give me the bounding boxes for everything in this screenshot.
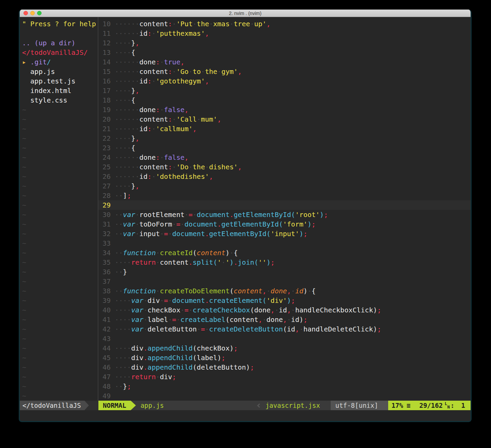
code-line[interactable]: 34··function·createId(content)·{: [98, 248, 471, 258]
code-line[interactable]: 14······done:·true,: [98, 57, 471, 67]
empty-line-tilde: ~: [22, 315, 98, 324]
powerline-separator-icon: [131, 401, 136, 410]
code-line[interactable]: 45····div.appendChild(label);: [98, 353, 471, 362]
line-number: 30: [98, 210, 111, 219]
line-number: 13: [98, 48, 111, 57]
code-line[interactable]: 33: [98, 238, 471, 248]
empty-line-tilde: ~: [22, 238, 98, 248]
code-line[interactable]: 42····var·deleteButton·=·createDeleteBut…: [98, 324, 471, 334]
code-line[interactable]: 47····return·div;: [98, 372, 471, 382]
code-text: ······content:·'Put·the·xmas·tree·up',: [115, 19, 469, 29]
code-text: ····return·content.split('·').join('');: [115, 258, 469, 267]
line-number: 22: [98, 134, 111, 143]
code-text: ····},: [115, 134, 469, 143]
line-number: 24: [98, 153, 111, 162]
explorer-item[interactable]: " Press ? for help: [22, 19, 98, 29]
code-line[interactable]: 27····},: [98, 181, 471, 191]
position-colon: :: [450, 401, 454, 410]
empty-line-tilde: ~: [22, 353, 98, 362]
code-text: ····},: [115, 181, 469, 191]
explorer-item[interactable]: [22, 29, 98, 38]
chevron-left-icon: [257, 403, 262, 408]
empty-line-tilde: ~: [22, 248, 98, 258]
code-line[interactable]: 48··};: [98, 382, 471, 391]
line-number: 27: [98, 181, 111, 191]
empty-line-tilde: ~: [22, 277, 98, 286]
code-line[interactable]: 40····var·checkBox·=·createCheckbox(done…: [98, 305, 471, 315]
code-line[interactable]: 37: [98, 277, 471, 286]
empty-line-tilde: ~: [22, 296, 98, 305]
empty-line-tilde: ~: [22, 219, 98, 229]
explorer-item[interactable]: style.css: [22, 95, 98, 105]
line-number: 14: [98, 57, 111, 67]
code-line[interactable]: 38··function·createToDoElement(content,·…: [98, 286, 471, 296]
line-number: 44: [98, 343, 111, 353]
code-line[interactable]: 46····div.appendChild(deleteButton);: [98, 362, 471, 372]
line-number: 41: [98, 315, 111, 324]
file-explorer[interactable]: " Press ? for help.. (up a dir)</todoVan…: [20, 19, 98, 401]
explorer-item[interactable]: app.js: [22, 67, 98, 76]
code-line[interactable]: 43: [98, 334, 471, 343]
line-number: 12: [98, 38, 111, 48]
explorer-item[interactable]: .. (up a dir): [22, 38, 98, 48]
line-number: 31: [98, 219, 111, 229]
desktop: { "window": { "title": "2. nvim . (nvim)…: [0, 0, 491, 448]
code-line[interactable]: 18····{: [98, 95, 471, 105]
code-line[interactable]: 22····},: [98, 134, 471, 143]
code-line[interactable]: 49: [98, 391, 471, 401]
explorer-item[interactable]: app.test.js: [22, 76, 98, 86]
code-line[interactable]: 30··var·rootElement·=·document.getElemen…: [98, 210, 471, 219]
line-number: 34: [98, 248, 111, 258]
line-number: 47: [98, 372, 111, 382]
code-line[interactable]: 32··var·input·=·document.getElementById(…: [98, 229, 471, 238]
code-line[interactable]: 29: [98, 200, 471, 210]
empty-line-tilde: ~: [22, 124, 98, 134]
code-line[interactable]: 11······id:·'putthexmas',: [98, 29, 471, 38]
code-line[interactable]: 25······content:·'Do·the·dishes',: [98, 162, 471, 172]
filename-label: app.js: [136, 401, 164, 410]
code-text: ····var·div·=·document.createElement('di…: [115, 296, 469, 305]
empty-line-tilde: ~: [22, 391, 98, 401]
empty-line-tilde: ~: [22, 372, 98, 382]
code-line[interactable]: 31··var·toDoForm·=·document.getElementBy…: [98, 219, 471, 229]
code-line[interactable]: 23····{: [98, 143, 471, 153]
editor-buffer[interactable]: 10······content:·'Put·the·xmas·tree·up',…: [98, 19, 471, 401]
code-text: ······content:·'Do·the·dishes',: [115, 162, 469, 172]
explorer-item[interactable]: index.html: [22, 86, 98, 95]
nvim-screen: " Press ? for help.. (up a dir)</todoVan…: [20, 17, 471, 422]
code-line[interactable]: 39····var·div·=·document.createElement('…: [98, 296, 471, 305]
close-button[interactable]: [23, 11, 28, 15]
empty-line-tilde: ~: [22, 334, 98, 343]
powerline-separator-icon: [84, 401, 89, 410]
code-line[interactable]: 26······id:·'dothedishes',: [98, 172, 471, 181]
code-line[interactable]: 15······content:·'Go·to·the·gym',: [98, 67, 471, 76]
code-line[interactable]: 36··}: [98, 267, 471, 277]
code-line[interactable]: 28··];: [98, 191, 471, 200]
code-line[interactable]: 41····var·label·=·createLabel(content,·d…: [98, 315, 471, 324]
code-text: [115, 391, 469, 401]
statusline-editor-segment: NORMAL app.js javascript.jsx utf-8[unix]…: [98, 401, 471, 410]
encoding-label: utf-8[unix]: [331, 401, 383, 410]
code-line[interactable]: 20······content:·'Call·mum',: [98, 114, 471, 124]
code-line[interactable]: 24······done:·false,: [98, 153, 471, 162]
command-line[interactable]: [20, 410, 471, 422]
empty-line-tilde: ~: [22, 229, 98, 238]
code-line[interactable]: 16······id:·'gotothegym',: [98, 76, 471, 86]
code-line[interactable]: 17····},: [98, 86, 471, 95]
code-text: ··function·createToDoElement(content,·do…: [115, 286, 469, 296]
zoom-button[interactable]: [37, 11, 42, 15]
code-line[interactable]: 10······content:·'Put·the·xmas·tree·up',: [98, 19, 471, 29]
explorer-item[interactable]: ▸ .git/: [22, 57, 98, 67]
code-line[interactable]: 12····},: [98, 38, 471, 48]
titlebar[interactable]: 2. nvim . (nvim): [20, 10, 471, 17]
minimize-button[interactable]: [30, 11, 35, 15]
line-number: 33: [98, 238, 111, 248]
code-line[interactable]: 35····return·content.split('·').join('')…: [98, 258, 471, 267]
code-line[interactable]: 21······id:·'callmum',: [98, 124, 471, 134]
code-line[interactable]: 13····{: [98, 48, 471, 57]
code-line[interactable]: 19······done:·false,: [98, 105, 471, 114]
powerline-separator-icon: [383, 401, 388, 410]
code-line[interactable]: 44····div.appendChild(checkBox);: [98, 343, 471, 353]
explorer-item[interactable]: </todoVanillaJS/: [22, 48, 98, 57]
line-number: 40: [98, 305, 111, 315]
